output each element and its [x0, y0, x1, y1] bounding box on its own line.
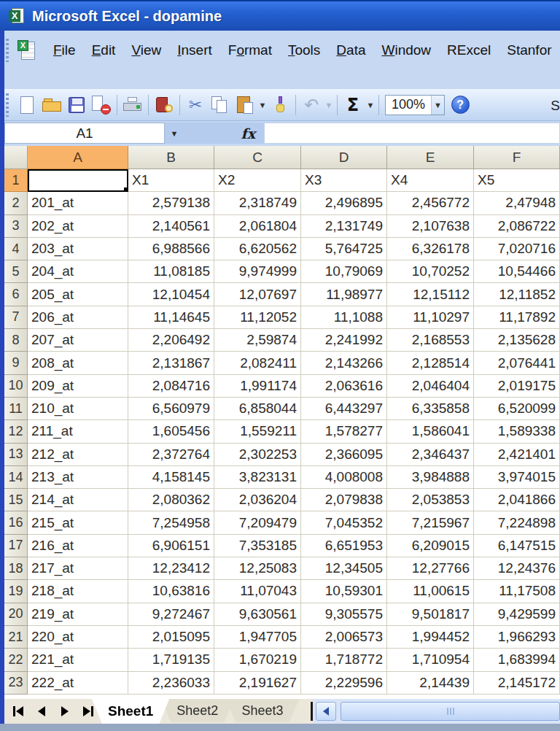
row-header-15[interactable]: 15: [4, 489, 28, 511]
cell-B1[interactable]: X1: [128, 169, 214, 192]
cell-D17[interactable]: 6,651953: [301, 535, 387, 557]
cell-A20[interactable]: 219_at: [28, 603, 128, 626]
print-icon[interactable]: [120, 93, 145, 117]
cell-C20[interactable]: 9,630561: [214, 603, 301, 626]
cell-A11[interactable]: 210_at: [28, 398, 128, 420]
name-box-dropdown-icon[interactable]: ▼: [165, 123, 184, 144]
cell-E21[interactable]: 1,994452: [387, 626, 474, 649]
cell-F3[interactable]: 2,086722: [474, 215, 560, 238]
menu-item-rexcel[interactable]: RExcel: [439, 39, 499, 61]
cell-E12[interactable]: 1,586041: [387, 420, 474, 443]
next-sheet-button[interactable]: [57, 704, 73, 719]
cell-B5[interactable]: 11,08185: [128, 260, 214, 283]
cell-E6[interactable]: 12,15112: [387, 283, 474, 306]
select-all-corner[interactable]: [4, 146, 28, 169]
autosum-icon[interactable]: Σ: [341, 93, 365, 117]
cell-C8[interactable]: 2,59874: [214, 329, 301, 352]
first-sheet-button[interactable]: [10, 704, 26, 719]
paste-dropdown-icon[interactable]: ▼: [257, 101, 268, 109]
cell-A10[interactable]: 209_at: [28, 375, 128, 398]
menu-item-window[interactable]: Window: [373, 39, 439, 61]
cell-F4[interactable]: 7,020716: [474, 238, 560, 260]
row-header-20[interactable]: 20: [4, 603, 28, 626]
cell-D9[interactable]: 2,143266: [301, 352, 387, 374]
cell-B7[interactable]: 11,14645: [128, 306, 214, 329]
cell-C4[interactable]: 6,620562: [214, 238, 301, 260]
cell-D3[interactable]: 2,131749: [301, 215, 387, 238]
cell-B18[interactable]: 12,23412: [128, 557, 214, 580]
cell-E14[interactable]: 3,984888: [387, 466, 474, 489]
permission-icon[interactable]: [89, 93, 114, 117]
name-box[interactable]: A1: [4, 123, 165, 144]
undo-dropdown-icon[interactable]: ▼: [324, 101, 334, 109]
cell-F22[interactable]: 1,683994: [474, 649, 560, 671]
cell-E8[interactable]: 2,168553: [387, 329, 474, 352]
menu-item-file[interactable]: File: [45, 39, 84, 61]
cell-F7[interactable]: 11,17892: [474, 306, 560, 329]
cell-C3[interactable]: 2,061804: [214, 215, 301, 238]
cell-A5[interactable]: 204_at: [28, 260, 128, 283]
toolbar-drag-handle-icon[interactable]: [6, 93, 9, 117]
row-header-14[interactable]: 14: [4, 466, 28, 489]
cell-D7[interactable]: 11,1088: [301, 306, 387, 329]
cell-E4[interactable]: 6,326178: [387, 238, 474, 260]
cell-F9[interactable]: 2,076441: [474, 352, 560, 374]
cell-E16[interactable]: 7,215967: [387, 511, 474, 534]
row-header-2[interactable]: 2: [4, 192, 28, 214]
menu-item-view[interactable]: View: [123, 39, 169, 61]
cell-E22[interactable]: 1,710954: [387, 649, 474, 671]
cell-F12[interactable]: 1,589338: [474, 420, 560, 443]
cell-F13[interactable]: 2,421401: [474, 444, 560, 466]
formula-input[interactable]: [264, 123, 560, 144]
cell-F18[interactable]: 12,24376: [474, 557, 560, 580]
row-header-13[interactable]: 13: [4, 444, 28, 466]
row-header-22[interactable]: 22: [4, 649, 28, 671]
cell-A8[interactable]: 207_at: [28, 329, 128, 352]
menu-item-tools[interactable]: Tools: [280, 39, 328, 61]
save-icon[interactable]: [64, 93, 89, 117]
cell-E18[interactable]: 12,27766: [387, 557, 474, 580]
cell-A21[interactable]: 220_at: [28, 626, 128, 649]
cell-C14[interactable]: 3,823131: [214, 466, 301, 489]
cell-E23[interactable]: 2,14439: [387, 672, 474, 695]
cell-D15[interactable]: 2,079838: [301, 489, 387, 511]
zoom-value[interactable]: 100%: [386, 97, 431, 112]
cell-D21[interactable]: 2,006573: [301, 626, 387, 649]
row-header-12[interactable]: 12: [4, 420, 28, 443]
cell-A4[interactable]: 203_at: [28, 238, 128, 260]
sheet-tab-sheet2[interactable]: Sheet2: [160, 699, 234, 722]
cell-D19[interactable]: 10,59301: [301, 580, 387, 603]
row-header-17[interactable]: 17: [4, 535, 28, 557]
cell-D23[interactable]: 2,229596: [301, 672, 387, 695]
menu-item-format[interactable]: Format: [220, 39, 280, 61]
cell-A16[interactable]: 215_at: [28, 511, 128, 534]
cell-E19[interactable]: 11,00615: [387, 580, 474, 603]
row-header-7[interactable]: 7: [4, 306, 28, 329]
cell-D2[interactable]: 2,496895: [301, 192, 387, 214]
cell-D1[interactable]: X3: [301, 169, 387, 192]
cell-D5[interactable]: 10,79069: [301, 260, 387, 283]
menu-item-insert[interactable]: Insert: [169, 39, 220, 61]
research-icon[interactable]: [152, 93, 176, 117]
cell-C11[interactable]: 6,858044: [214, 398, 301, 420]
row-header-19[interactable]: 19: [4, 580, 28, 603]
cell-A17[interactable]: 216_at: [28, 535, 128, 557]
cell-B12[interactable]: 1,605456: [128, 420, 214, 443]
cell-A9[interactable]: 208_at: [28, 352, 128, 374]
menu-drag-handle-icon[interactable]: [6, 39, 9, 62]
cell-D6[interactable]: 11,98977: [301, 283, 387, 306]
column-header-a[interactable]: A: [28, 146, 128, 169]
cell-F20[interactable]: 9,429599: [474, 603, 560, 626]
cell-F8[interactable]: 2,135628: [474, 329, 560, 352]
cut-icon[interactable]: ✂: [183, 93, 208, 117]
help-icon[interactable]: ?: [448, 93, 472, 117]
column-header-e[interactable]: E: [387, 146, 474, 169]
cell-D16[interactable]: 7,045352: [301, 511, 387, 534]
cell-A12[interactable]: 211_at: [28, 420, 128, 443]
cell-A19[interactable]: 218_at: [28, 580, 128, 603]
open-icon[interactable]: [39, 93, 64, 117]
cell-B8[interactable]: 2,206492: [128, 329, 214, 352]
row-header-6[interactable]: 6: [4, 283, 28, 306]
cell-E3[interactable]: 2,107638: [387, 215, 474, 238]
cell-B23[interactable]: 2,236033: [128, 672, 214, 695]
